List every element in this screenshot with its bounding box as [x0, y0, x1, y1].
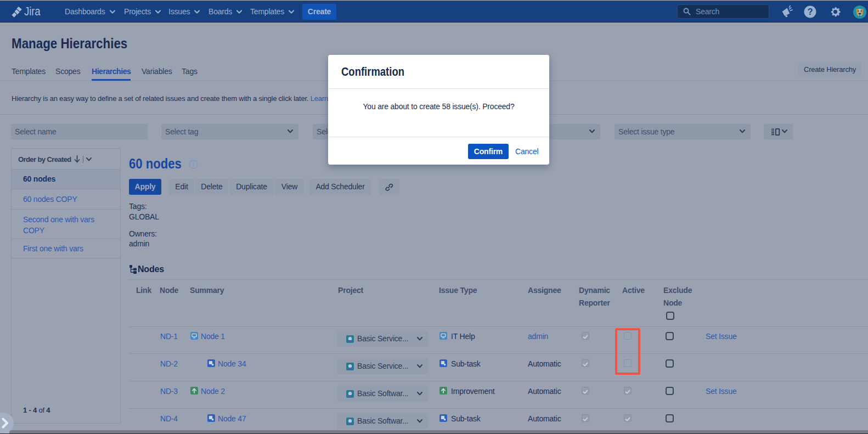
svg-text:?: ?	[808, 7, 813, 16]
